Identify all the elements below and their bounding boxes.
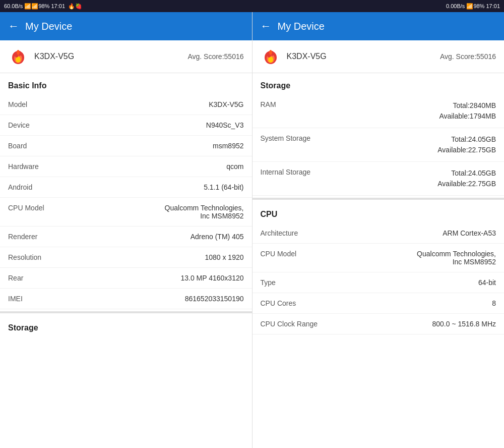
back-button-left[interactable]: ← bbox=[8, 20, 19, 33]
label-android: Android bbox=[8, 183, 36, 191]
wifi-icon-left: 📶 bbox=[24, 3, 31, 10]
svg-point-6 bbox=[17, 50, 20, 55]
time-right: 17:01 bbox=[486, 3, 500, 9]
value-system-storage: Total:24.05GBAvailable:22.75GB bbox=[437, 134, 496, 155]
row-android: Android 5.1.1 (64-bit) bbox=[0, 177, 252, 198]
label-ram: RAM bbox=[261, 100, 280, 108]
row-rear: Rear 13.0 MP 4160x3120 bbox=[0, 268, 252, 289]
avg-score-left: Avg. Score:55016 bbox=[187, 52, 243, 61]
network-speed-right: 0.00B/s bbox=[446, 3, 465, 9]
header-bar-left: ← My Device bbox=[0, 12, 252, 40]
signal-icon-left: 📶 bbox=[31, 3, 38, 10]
row-renderer: Renderer Adreno (TM) 405 bbox=[0, 227, 252, 247]
label-model: Model bbox=[8, 100, 31, 108]
svg-point-13 bbox=[269, 50, 272, 55]
value-internal-storage: Total:24.05GBAvailable:22.75GB bbox=[437, 168, 496, 189]
main-content: ← My Device K3DX-V5G Avg. Score:55016 Ba… bbox=[0, 12, 504, 448]
label-cpu-cores: CPU Cores bbox=[261, 299, 300, 307]
raspberry-icon-left: 🍓 bbox=[75, 3, 82, 10]
app-icon-left: 🔥 bbox=[68, 3, 75, 10]
value-cpu-cores: 8 bbox=[492, 299, 496, 307]
value-device: N940Sc_V3 bbox=[206, 121, 244, 129]
status-bar-right: 0.00B/s 📶 98% 17:01 bbox=[252, 3, 504, 10]
value-architecture: ARM Cortex-A53 bbox=[443, 229, 496, 237]
section-storage-header-right: Storage bbox=[253, 73, 505, 94]
row-hardware: Hardware qcom bbox=[0, 156, 252, 177]
row-system-storage: System Storage Total:24.05GBAvailable:22… bbox=[253, 128, 505, 162]
section-cpu-header: CPU bbox=[253, 202, 505, 223]
value-ram: Total:2840MBAvailable:1794MB bbox=[439, 100, 496, 122]
device-info-bar-right: K3DX-V5G Avg. Score:55016 bbox=[253, 40, 505, 73]
value-hardware: qcom bbox=[226, 162, 243, 171]
row-device: Device N940Sc_V3 bbox=[0, 115, 252, 136]
label-resolution: Resolution bbox=[8, 253, 45, 261]
row-cpu-model-right: CPU Model Qualcomm Technologies,Inc MSM8… bbox=[253, 244, 505, 272]
label-system-storage: System Storage bbox=[261, 134, 315, 142]
row-cpu-clock: CPU Clock Range 800.0 ~ 1516.8 MHz bbox=[253, 314, 505, 334]
header-title-left: My Device bbox=[25, 21, 72, 32]
header-title-right: My Device bbox=[278, 21, 325, 32]
scroll-area-right[interactable]: Storage RAM Total:2840MBAvailable:1794MB… bbox=[253, 73, 505, 448]
wifi-icon-right: 📶 bbox=[466, 3, 473, 10]
value-cpu-model-right: Qualcomm Technologies,Inc MSM8952 bbox=[417, 250, 496, 266]
divider-right bbox=[253, 198, 505, 200]
label-device: Device bbox=[8, 121, 34, 129]
label-type: Type bbox=[261, 278, 280, 287]
battery-left: 98% bbox=[38, 3, 49, 9]
flame-icon-right bbox=[261, 46, 281, 67]
row-board: Board msm8952 bbox=[0, 136, 252, 156]
label-imei: IMEI bbox=[8, 295, 27, 303]
header-bar-right: ← My Device bbox=[253, 12, 505, 40]
back-button-right[interactable]: ← bbox=[261, 20, 272, 33]
device-name-right: K3DX-V5G bbox=[287, 52, 327, 61]
flame-icon-left bbox=[8, 46, 28, 67]
row-cpu-cores: CPU Cores 8 bbox=[253, 293, 505, 314]
scroll-area-left[interactable]: Basic Info Model K3DX-V5G Device N940Sc_… bbox=[0, 73, 252, 448]
row-model: Model K3DX-V5G bbox=[0, 94, 252, 115]
label-hardware: Hardware bbox=[8, 162, 43, 171]
value-android: 5.1.1 (64-bit) bbox=[204, 183, 243, 191]
value-imei: 861652033150190 bbox=[185, 295, 244, 303]
network-speed-left: 60.0B/s bbox=[4, 3, 23, 9]
row-internal-storage: Internal Storage Total:24.05GBAvailable:… bbox=[253, 162, 505, 196]
value-model: K3DX-V5G bbox=[209, 100, 243, 108]
value-rear: 13.0 MP 4160x3120 bbox=[180, 274, 243, 282]
section-storage-header-left: Storage bbox=[0, 315, 252, 337]
row-imei: IMEI 861652033150190 bbox=[0, 289, 252, 309]
panel-right: ← My Device K3DX-V5G Avg. Score:55016 St… bbox=[253, 12, 505, 448]
value-cpu-clock: 800.0 ~ 1516.8 MHz bbox=[432, 320, 496, 328]
value-cpu-model: Qualcomm Technologies,Inc MSM8952 bbox=[165, 204, 244, 220]
avg-score-right: Avg. Score:55016 bbox=[440, 52, 496, 61]
label-internal-storage: Internal Storage bbox=[261, 168, 315, 176]
row-ram: RAM Total:2840MBAvailable:1794MB bbox=[253, 94, 505, 128]
time-left: 17:01 bbox=[51, 3, 65, 9]
row-cpu-model: CPU Model Qualcomm Technologies,Inc MSM8… bbox=[0, 198, 252, 227]
row-architecture: Architecture ARM Cortex-A53 bbox=[253, 223, 505, 244]
status-bar-left: 60.0B/s 📶 📶 98% 17:01 🔥 🍓 bbox=[0, 3, 252, 10]
label-cpu-clock: CPU Clock Range bbox=[261, 320, 322, 328]
label-cpu-model-right: CPU Model bbox=[261, 250, 301, 258]
value-board: msm8952 bbox=[213, 142, 243, 150]
battery-right: 98% bbox=[473, 3, 484, 9]
device-info-bar-left: K3DX-V5G Avg. Score:55016 bbox=[0, 40, 252, 73]
status-bar: 60.0B/s 📶 📶 98% 17:01 🔥 🍓 0.00B/s 📶 98% … bbox=[0, 0, 504, 12]
value-resolution: 1080 x 1920 bbox=[205, 253, 243, 261]
label-board: Board bbox=[8, 142, 31, 150]
device-name-left: K3DX-V5G bbox=[34, 52, 74, 61]
panel-left: ← My Device K3DX-V5G Avg. Score:55016 Ba… bbox=[0, 12, 253, 448]
row-resolution: Resolution 1080 x 1920 bbox=[0, 247, 252, 268]
label-rear: Rear bbox=[8, 274, 27, 282]
divider-left bbox=[0, 311, 252, 313]
label-cpu-model: CPU Model bbox=[8, 204, 48, 212]
row-type: Type 64-bit bbox=[253, 272, 505, 293]
value-renderer: Adreno (TM) 405 bbox=[191, 233, 244, 241]
section-basic-info-header: Basic Info bbox=[0, 73, 252, 94]
label-architecture: Architecture bbox=[261, 229, 302, 237]
value-type: 64-bit bbox=[478, 278, 496, 287]
label-renderer: Renderer bbox=[8, 233, 41, 241]
